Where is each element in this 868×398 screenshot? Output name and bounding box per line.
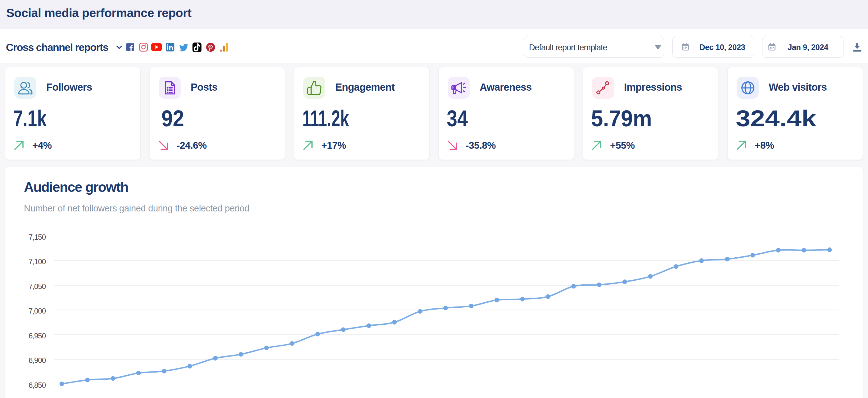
svg-text:7,050: 7,050 <box>29 282 46 290</box>
svg-text:6,950: 6,950 <box>29 332 46 340</box>
svg-text:7,100: 7,100 <box>29 257 46 266</box>
svg-text:7,000: 7,000 <box>29 307 46 315</box>
svg-text:7,150: 7,150 <box>29 233 46 241</box>
svg-text:6,850: 6,850 <box>29 381 46 389</box>
svg-text:6,900: 6,900 <box>29 356 46 365</box>
